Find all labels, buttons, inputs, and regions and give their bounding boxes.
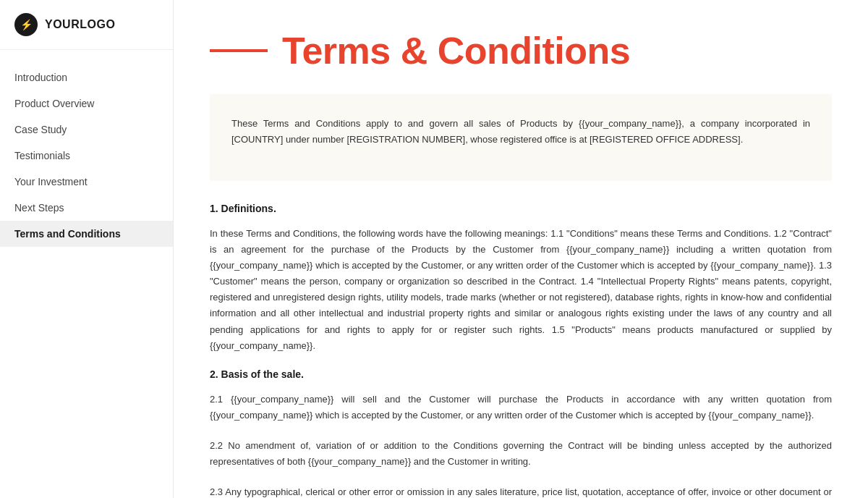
intro-section: These Terms and Conditions apply to and … — [210, 94, 832, 181]
section-2-heading: 2. Basis of the sale. — [210, 368, 832, 380]
section-2-paragraph-1: 2.1 {{your_company_name}} will sell and … — [210, 392, 832, 423]
section-2-paragraph-2: 2.2 No amendment of, variation of or add… — [210, 438, 832, 470]
logo-area: ⚡ YOURLOGO — [0, 0, 173, 50]
sidebar-item-case-study[interactable]: Case Study — [0, 117, 173, 143]
section-1-paragraph-1: In these Terms and Conditions, the follo… — [210, 226, 832, 354]
logo-text: YOURLOGO — [45, 18, 115, 31]
sidebar: ⚡ YOURLOGO Introduction Product Overview… — [0, 0, 174, 498]
main-content: Terms & Conditions These Terms and Condi… — [174, 0, 868, 498]
intro-text: These Terms and Conditions apply to and … — [231, 116, 810, 148]
sidebar-nav: Introduction Product Overview Case Study… — [0, 50, 173, 498]
logo-icon: ⚡ — [14, 13, 38, 36]
page-title: Terms & Conditions — [282, 29, 630, 72]
sidebar-item-product-overview[interactable]: Product Overview — [0, 90, 173, 117]
section-2-paragraph-3: 2.3 Any typographical, clerical or other… — [210, 484, 832, 498]
sidebar-item-next-steps[interactable]: Next Steps — [0, 195, 173, 221]
content-body: 1. Definitions. In these Terms and Condi… — [174, 181, 868, 498]
sidebar-item-testimonials[interactable]: Testimonials — [0, 143, 173, 169]
page-header: Terms & Conditions — [174, 0, 868, 94]
sidebar-item-terms-and-conditions[interactable]: Terms and Conditions — [0, 221, 173, 247]
sidebar-item-introduction[interactable]: Introduction — [0, 64, 173, 90]
section-1-heading: 1. Definitions. — [210, 203, 832, 214]
sidebar-item-your-investment[interactable]: Your Investment — [0, 169, 173, 195]
header-decorative-line — [210, 49, 268, 52]
